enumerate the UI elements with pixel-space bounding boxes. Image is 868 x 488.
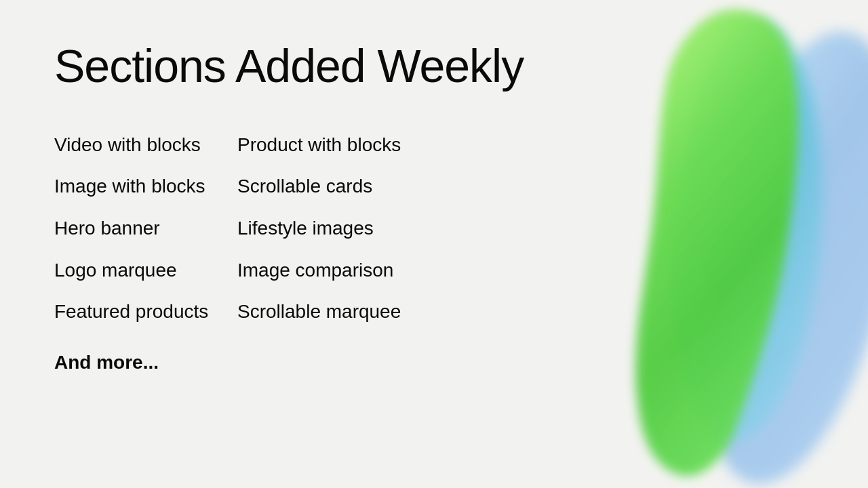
list-item: Image with blocks <box>54 165 237 207</box>
content-area: Sections Added Weekly Video with blocks … <box>54 41 524 373</box>
page-title: Sections Added Weekly <box>54 41 524 92</box>
list-item: Image comparison <box>237 249 427 291</box>
decorative-blobs <box>515 0 868 488</box>
list-item: Featured products <box>54 291 237 333</box>
list-item: Hero banner <box>54 207 237 249</box>
list-item: Scrollable cards <box>237 165 427 207</box>
list-item: Logo marquee <box>54 249 237 291</box>
list-item: Product with blocks <box>237 124 427 166</box>
list-item: Video with blocks <box>54 124 237 166</box>
list-item: Scrollable marquee <box>237 291 427 333</box>
main-container: Sections Added Weekly Video with blocks … <box>0 0 868 488</box>
and-more-label: And more... <box>54 352 524 373</box>
sections-grid: Video with blocks Product with blocks Im… <box>54 124 524 333</box>
list-item: Lifestyle images <box>237 207 427 249</box>
